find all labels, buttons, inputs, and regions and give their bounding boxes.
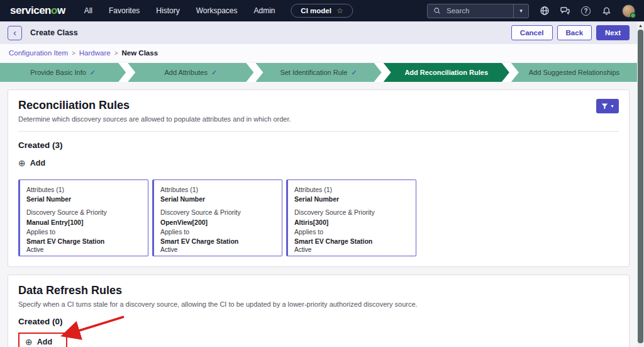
add-button-label: Add — [37, 338, 52, 346]
card-status: Active — [26, 246, 142, 253]
breadcrumb-separator-icon: > — [72, 50, 75, 57]
search-icon — [432, 6, 442, 16]
nav-menu: All Favorites History Workspaces Admin — [84, 6, 275, 15]
chat-icon[interactable] — [560, 6, 570, 16]
plus-circle-icon: ⊕ — [18, 159, 26, 168]
user-avatar[interactable] — [622, 4, 635, 18]
top-nav: servicenow All Favorites History Workspa… — [0, 0, 644, 21]
servicenow-logo[interactable]: servicenow — [10, 4, 65, 17]
card-source-value: Manual Entry[100] — [26, 218, 142, 227]
card-status: Active — [160, 246, 275, 253]
rule-card-manual-entry[interactable]: Attributes (1) Serial Number Discovery S… — [18, 179, 148, 256]
header-actions: Cancel Back Next — [511, 25, 630, 40]
data-refresh-created-count: Created (0) — [18, 317, 619, 326]
card-applies-label: Applies to — [160, 227, 275, 237]
card-source-label: Discovery Source & Priority — [26, 208, 142, 217]
card-attributes-label: Attributes (1) — [26, 185, 142, 195]
step-label: Set Identification Rule — [280, 69, 347, 76]
search-scope-caret-icon[interactable]: ▾ — [513, 4, 528, 18]
nav-item-admin[interactable]: Admin — [253, 6, 275, 15]
nav-item-all[interactable]: All — [84, 6, 92, 15]
card-source-value: OpenView[200] — [160, 218, 275, 227]
context-pill-ci-model[interactable]: CI model ☆ — [291, 4, 353, 18]
step-label: Provide Basic Info — [30, 69, 86, 76]
reconciliation-rules-panel: Reconciliation Rules Determine which dis… — [8, 89, 630, 267]
card-applies-value: Smart EV Charge Station — [26, 237, 142, 246]
card-status: Active — [294, 246, 409, 253]
step-add-attributes[interactable]: Add Attributes ✓ — [128, 63, 253, 82]
back-chevron-button[interactable]: ‹ — [8, 26, 22, 40]
filter-button[interactable]: ▾ — [596, 99, 619, 113]
nav-item-workspaces[interactable]: Workspaces — [196, 6, 238, 15]
step-complete-check-icon: ✓ — [211, 69, 217, 77]
funnel-icon — [601, 103, 608, 110]
favorite-star-icon[interactable]: ☆ — [336, 7, 343, 14]
breadcrumb: Configuration Item > Hardware > New Clas… — [0, 44, 637, 62]
step-complete-check-icon: ✓ — [351, 69, 357, 77]
reconciliation-rules-title: Reconciliation Rules — [18, 99, 291, 112]
add-reconciliation-rule-button[interactable]: ⊕ Add — [18, 159, 45, 168]
reconciliation-created-count: Created (3) — [18, 140, 619, 150]
step-set-identification-rule[interactable]: Set Identification Rule ✓ — [255, 63, 381, 82]
step-provide-basic-info[interactable]: Provide Basic Info ✓ — [0, 63, 126, 82]
context-pill-label: CI model — [301, 7, 331, 14]
search-input[interactable] — [445, 6, 508, 15]
nav-right-group: ▾ ? — [427, 4, 635, 18]
page-body: ‹ Create Class Cancel Back Next Configur… — [0, 21, 637, 347]
card-source-label: Discovery Source & Priority — [294, 208, 409, 217]
nav-item-history[interactable]: History — [156, 6, 179, 15]
step-complete-check-icon: ✓ — [90, 69, 96, 77]
global-search[interactable]: ▾ — [427, 4, 529, 18]
page-title: Create Class — [30, 28, 78, 37]
next-button[interactable]: Next — [596, 25, 630, 40]
scrollbar-thumb[interactable] — [638, 30, 643, 343]
cancel-button[interactable]: Cancel — [511, 25, 553, 40]
annotation-highlight-box: ⊕ Add — [18, 333, 67, 347]
globe-icon[interactable] — [540, 6, 550, 16]
breadcrumb-hardware[interactable]: Hardware — [79, 49, 111, 57]
data-refresh-rules-title: Data Refresh Rules — [18, 284, 619, 297]
vertical-scrollbar[interactable]: ▲ — [637, 21, 644, 347]
breadcrumb-separator-icon: > — [114, 50, 118, 57]
card-applies-label: Applies to — [294, 227, 409, 237]
step-label: Add Attributes — [164, 69, 208, 76]
card-applies-value: Smart EV Charge Station — [294, 237, 409, 246]
data-refresh-rules-panel: Data Refresh Rules Specify when a CI tur… — [8, 275, 630, 347]
scrollbar-up-arrow-icon[interactable]: ▲ — [637, 21, 644, 29]
plus-circle-icon: ⊕ — [25, 338, 33, 346]
card-attributes-label: Attributes (1) — [160, 185, 275, 195]
breadcrumb-current: New Class — [122, 49, 158, 57]
card-attribute-value: Serial Number — [294, 195, 409, 204]
card-applies-value: Smart EV Charge Station — [160, 237, 275, 246]
card-applies-label: Applies to — [26, 227, 142, 237]
step-add-reconciliation-rules[interactable]: Add Reconciliation Rules — [384, 63, 509, 82]
card-attributes-label: Attributes (1) — [294, 185, 409, 195]
wizard-stepper: Provide Basic Info ✓ Add Attributes ✓ Se… — [0, 63, 637, 82]
card-attribute-value: Serial Number — [160, 195, 275, 204]
reconciliation-rule-cards: Attributes (1) Serial Number Discovery S… — [18, 179, 619, 256]
card-source-label: Discovery Source & Priority — [160, 208, 275, 217]
back-button[interactable]: Back — [557, 25, 592, 40]
card-attribute-value: Serial Number — [26, 195, 142, 204]
notifications-bell-icon[interactable] — [601, 6, 611, 16]
panel-divider — [18, 131, 619, 132]
add-data-refresh-rule-button[interactable]: ⊕ Add — [25, 338, 52, 346]
nav-item-favorites[interactable]: Favorites — [109, 6, 140, 15]
breadcrumb-configuration-item[interactable]: Configuration Item — [9, 49, 68, 57]
step-add-suggested-relationships[interactable]: Add Suggested Relationships — [511, 63, 637, 82]
main-content: Reconciliation Rules Determine which dis… — [0, 82, 637, 347]
rule-card-altiris[interactable]: Attributes (1) Serial Number Discovery S… — [286, 179, 416, 256]
card-source-value: Altiris[300] — [294, 218, 409, 227]
step-label: Add Reconciliation Rules — [404, 69, 488, 76]
rule-card-openview[interactable]: Attributes (1) Serial Number Discovery S… — [152, 179, 282, 256]
data-refresh-rules-subtitle: Specify when a CI turns stale for a disc… — [18, 300, 619, 308]
page-header: ‹ Create Class Cancel Back Next — [0, 21, 637, 44]
reconciliation-rules-subtitle: Determine which discovery sources are al… — [18, 115, 291, 123]
step-label: Add Suggested Relationships — [529, 69, 619, 76]
filter-caret-icon: ▾ — [611, 104, 613, 109]
add-button-label: Add — [30, 159, 45, 168]
help-icon[interactable]: ? — [581, 6, 591, 16]
